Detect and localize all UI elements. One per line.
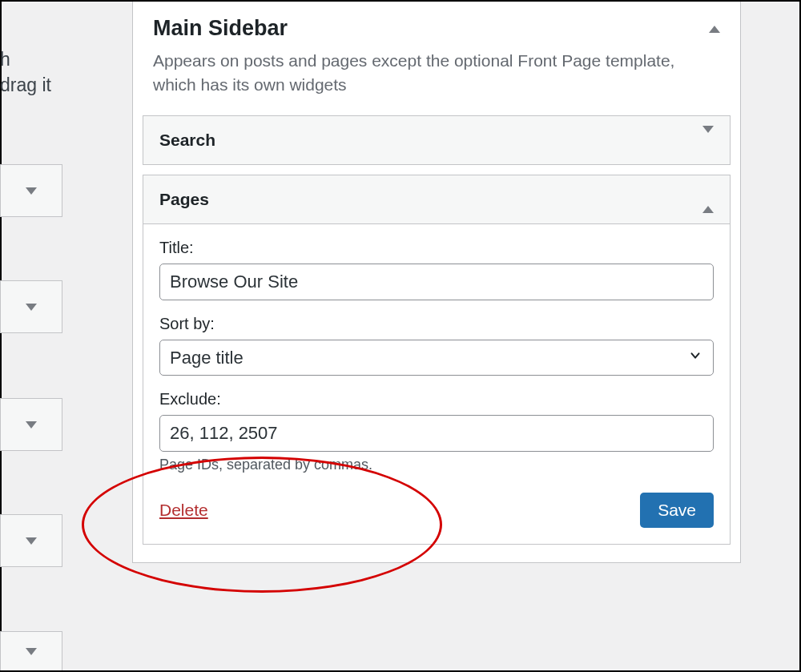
sidebar-area-header[interactable]: Main Sidebar Appears on posts and pages … (133, 2, 740, 115)
pages-title-input[interactable] (159, 264, 714, 300)
pages-exclude-label: Exclude: (159, 390, 714, 408)
chevron-down-icon (26, 421, 37, 429)
sidebar-area-title: Main Sidebar (153, 16, 720, 41)
pages-exclude-input[interactable] (159, 415, 714, 452)
partial-text-line1: h (0, 46, 88, 72)
chevron-down-icon (26, 187, 37, 195)
sidebar-area-panel: Main Sidebar Appears on posts and pages … (132, 2, 741, 563)
partial-text-line2: drag it (0, 72, 88, 98)
widget-pages: Pages Title: Sort by: Page title (143, 175, 731, 545)
chevron-up-icon (709, 26, 720, 33)
available-widget-toggle-3[interactable] (0, 398, 62, 451)
pages-sortby-row: Sort by: Page title (159, 315, 714, 376)
widget-pages-title: Pages (159, 190, 209, 209)
save-widget-button[interactable]: Save (640, 493, 714, 528)
widgets-list: Search Pages Title: Sort by: Pag (133, 115, 740, 545)
pages-sortby-select[interactable]: Page title (159, 340, 714, 376)
available-widget-toggle-2[interactable] (0, 280, 62, 333)
widget-pages-header[interactable]: Pages (143, 175, 730, 224)
available-widgets-column-partial: h drag it (0, 0, 88, 672)
expand-widget-icon (702, 133, 714, 147)
widget-pages-actions: Delete Save (159, 493, 714, 528)
widget-search: Search (143, 115, 731, 165)
collapse-sidebar-area-icon[interactable] (709, 26, 720, 33)
sidebar-area-description: Appears on posts and pages except the op… (153, 49, 720, 98)
delete-widget-link[interactable]: Delete (159, 501, 208, 520)
chevron-up-icon (702, 192, 714, 213)
pages-title-label: Title: (159, 239, 714, 257)
widget-pages-body: Title: Sort by: Page title E (143, 224, 730, 544)
pages-sortby-label: Sort by: (159, 315, 714, 333)
pages-exclude-help: Page IDs, separated by commas. (159, 457, 714, 473)
pages-title-row: Title: (159, 239, 714, 300)
collapse-widget-icon (702, 192, 714, 207)
available-widget-toggle-1[interactable] (0, 164, 62, 217)
pages-exclude-row: Exclude: Page IDs, separated by commas. (159, 390, 714, 473)
chevron-down-icon (702, 126, 714, 147)
widget-search-header[interactable]: Search (143, 116, 730, 164)
available-widget-toggle-5[interactable] (0, 631, 62, 670)
widget-search-title: Search (159, 131, 215, 150)
available-widget-toggle-4[interactable] (0, 514, 62, 567)
chevron-down-icon (26, 304, 37, 311)
chevron-down-icon (26, 648, 37, 655)
chevron-down-icon (26, 537, 37, 545)
